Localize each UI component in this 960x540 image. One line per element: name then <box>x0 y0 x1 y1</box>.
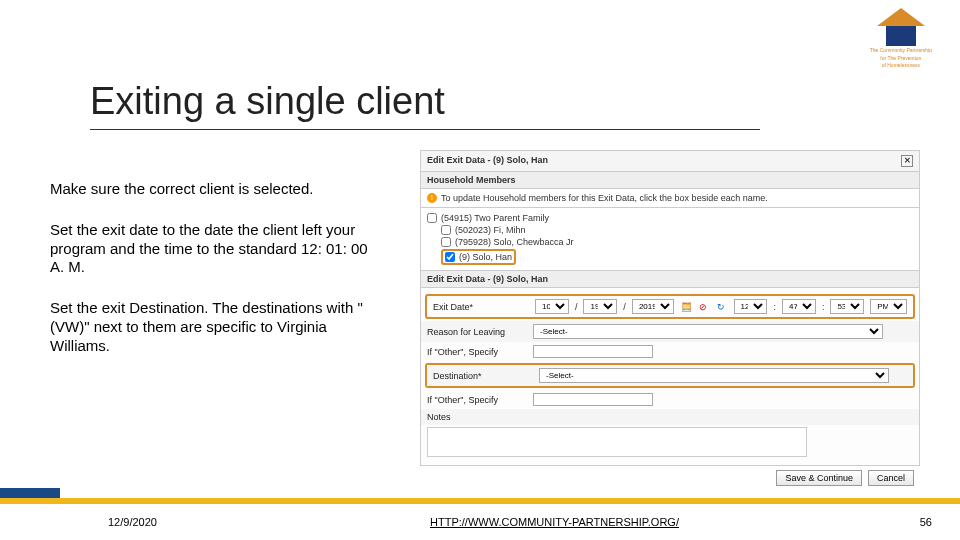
logo-text-line2: for The Prevention <box>870 56 932 62</box>
member-label: (795928) Solo, Chewbacca Jr <box>455 237 574 247</box>
exit-date-label: Exit Date* <box>433 302 529 312</box>
close-icon[interactable]: ✕ <box>901 155 913 167</box>
member-parent-label: (54915) Two Parent Family <box>441 213 549 223</box>
exit-day-select[interactable]: 19 <box>583 299 617 314</box>
destination-label: Destination* <box>433 371 533 381</box>
refresh-icon[interactable]: ↻ <box>717 302 727 312</box>
slide-title: Exiting a single client <box>90 80 760 130</box>
footer-accent <box>0 488 60 498</box>
logo-text-line1: The Community Partnership <box>870 48 932 54</box>
org-logo: The Community Partnership for The Preven… <box>870 8 932 69</box>
member-row: (502023) Fi, Mihn <box>427 224 913 236</box>
other2-label: If "Other", Specify <box>427 395 527 405</box>
info-icon: i <box>427 193 437 203</box>
exit-form: Exit Date* 10 / 19 / 2019 🧮 ⊘ ↻ 12 : 47 … <box>420 288 920 466</box>
exit-subsection-title: Edit Exit Data - (9) Solo, Han <box>420 271 920 288</box>
member-checkbox[interactable] <box>441 237 451 247</box>
logo-text-line3: of Homelessness <box>870 63 932 69</box>
footer-link[interactable]: HTTP://WWW.COMMUNITY-PARTNERSHIP.ORG/ <box>430 516 679 528</box>
destination-select[interactable]: -Select- <box>539 368 889 383</box>
household-section-title: Household Members <box>420 172 920 189</box>
notes-label: Notes <box>427 412 527 422</box>
household-member-list: (54915) Two Parent Family (502023) Fi, M… <box>420 208 920 271</box>
member-label: (502023) Fi, Mihn <box>455 225 526 235</box>
exit-sec-select[interactable]: 53 <box>830 299 864 314</box>
other2-input[interactable] <box>533 393 653 406</box>
member-row: (795928) Solo, Chewbacca Jr <box>427 236 913 248</box>
instruction-p1: Make sure the correct client is selected… <box>50 180 380 199</box>
other1-label: If "Other", Specify <box>427 347 527 357</box>
footer-page-number: 56 <box>920 516 932 528</box>
exit-hour-select[interactable]: 12 <box>734 299 768 314</box>
exit-month-select[interactable]: 10 <box>535 299 569 314</box>
other1-input[interactable] <box>533 345 653 358</box>
exit-year-select[interactable]: 2019 <box>632 299 675 314</box>
panel-title: Edit Exit Data - (9) Solo, Han <box>427 155 548 167</box>
other2-row: If "Other", Specify <box>421 390 919 409</box>
reason-select[interactable]: -Select- <box>533 324 883 339</box>
instruction-p2: Set the exit date to the date the client… <box>50 221 380 277</box>
footer-date: 12/9/2020 <box>108 516 157 528</box>
member-label-selected: (9) Solo, Han <box>459 252 512 262</box>
footer: 12/9/2020 HTTP://WWW.COMMUNITY-PARTNERSH… <box>0 504 960 540</box>
exit-min-select[interactable]: 47 <box>782 299 816 314</box>
notes-row: Notes <box>421 409 919 425</box>
save-continue-button[interactable]: Save & Continue <box>776 470 862 486</box>
reason-label: Reason for Leaving <box>427 327 527 337</box>
member-checkbox[interactable] <box>441 225 451 235</box>
tip-row: i To update Household members for this E… <box>420 189 920 208</box>
member-parent-row: (54915) Two Parent Family <box>427 212 913 224</box>
destination-row: Destination* -Select- <box>427 365 913 386</box>
tip-text: To update Household members for this Exi… <box>441 193 768 203</box>
notes-textarea[interactable] <box>427 427 807 457</box>
reason-row: Reason for Leaving -Select- <box>421 321 919 342</box>
other1-row: If "Other", Specify <box>421 342 919 361</box>
panel-button-row: Save & Continue Cancel <box>420 466 920 490</box>
member-checkbox-selected[interactable] <box>445 252 455 262</box>
cancel-button[interactable]: Cancel <box>868 470 914 486</box>
panel-header: Edit Exit Data - (9) Solo, Han ✕ <box>420 150 920 172</box>
clear-icon[interactable]: ⊘ <box>699 302 709 312</box>
member-row: (9) Solo, Han <box>427 248 913 266</box>
instruction-block: Make sure the correct client is selected… <box>50 180 380 377</box>
exit-ampm-select[interactable]: PM <box>870 299 907 314</box>
exit-date-row: Exit Date* 10 / 19 / 2019 🧮 ⊘ ↻ 12 : 47 … <box>427 296 913 317</box>
member-parent-checkbox[interactable] <box>427 213 437 223</box>
exit-data-panel: Edit Exit Data - (9) Solo, Han ✕ Househo… <box>420 150 920 490</box>
calendar-icon[interactable]: 🧮 <box>681 302 691 312</box>
instruction-p3: Set the exit Destination. The destinatio… <box>50 299 380 355</box>
